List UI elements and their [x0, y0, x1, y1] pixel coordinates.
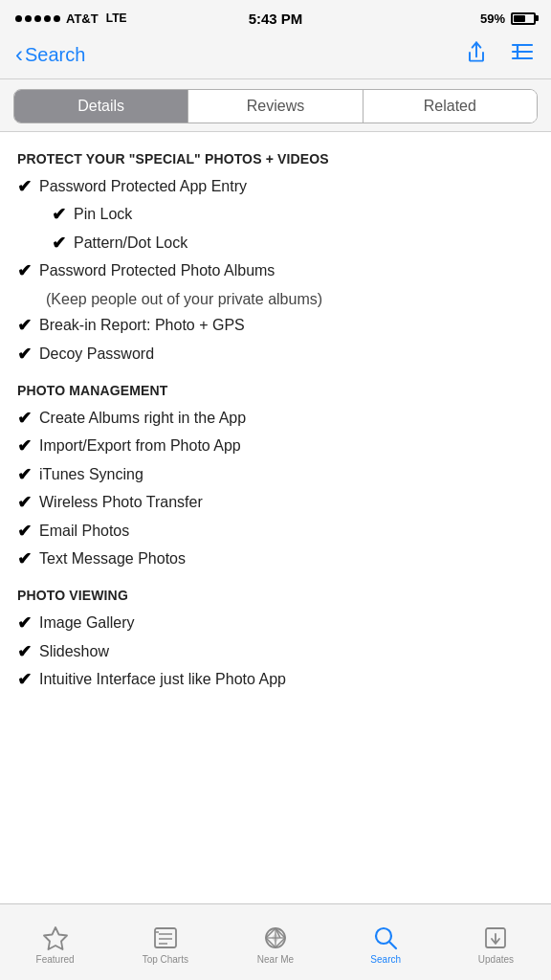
svg-marker-5 — [44, 927, 67, 949]
item-text: Wireless Photo Transfer — [39, 492, 203, 513]
content-area: PROTECT YOUR "SPECIAL" PHOTOS + VIDEOS ✔… — [0, 132, 551, 903]
check-icon: ✔ — [17, 464, 32, 486]
section-header-viewing: PHOTO VIEWING — [17, 588, 534, 603]
list-item: ✔ Pattern/Dot Lock — [52, 233, 534, 255]
item-text: Image Gallery — [39, 612, 135, 634]
item-text: Password Protected Photo Albums — [39, 260, 275, 281]
battery-icon — [511, 12, 536, 25]
svg-rect-6 — [155, 928, 176, 947]
tab-search-label: Search — [370, 954, 401, 965]
check-icon: ✔ — [52, 233, 66, 255]
list-item: ✔ Decoy Password — [17, 344, 534, 366]
tab-search[interactable]: Search — [331, 904, 441, 976]
check-icon: ✔ — [17, 548, 32, 570]
back-arrow-icon: ‹ — [15, 43, 23, 66]
check-icon: ✔ — [17, 408, 32, 430]
share-button[interactable] — [463, 38, 490, 71]
item-text: Import/Export from Photo App — [39, 435, 241, 457]
tab-top-charts-label: Top Charts — [143, 954, 188, 965]
nav-bar: ‹ Search — [0, 34, 551, 79]
tab-updates-label: Updates — [478, 954, 514, 965]
check-icon: ✔ — [17, 521, 32, 543]
tab-near-me-label: Near Me — [257, 954, 294, 965]
check-icon: ✔ — [17, 260, 32, 282]
list-item: ✔ Password Protected App Entry — [17, 176, 534, 198]
item-text: Pattern/Dot Lock — [74, 233, 187, 254]
check-icon: ✔ — [17, 344, 32, 366]
list-item: ✔ Text Message Photos — [17, 548, 534, 570]
tab-updates[interactable]: Updates — [441, 904, 551, 976]
list-item: ✔ Intuitive Interface just like Photo Ap… — [17, 669, 534, 691]
item-text: Decoy Password — [39, 344, 154, 365]
tab-top-charts[interactable]: Top Charts — [110, 904, 220, 976]
check-icon: ✔ — [17, 492, 32, 514]
item-text: Password Protected App Entry — [39, 176, 247, 197]
battery-percent: 59% — [480, 11, 505, 26]
item-text: Pin Lock — [74, 204, 132, 225]
list-item: ✔ Break-in Report: Photo + GPS — [17, 315, 534, 337]
check-icon: ✔ — [17, 176, 32, 198]
list-item: ✔ Wireless Photo Transfer — [17, 492, 534, 514]
check-icon: ✔ — [17, 641, 32, 663]
svg-line-18 — [389, 942, 396, 948]
back-button[interactable]: ‹ Search — [15, 43, 85, 66]
item-text: Break-in Report: Photo + GPS — [39, 315, 245, 336]
note-text: (Keep people out of your private albums) — [17, 289, 534, 310]
list-button[interactable] — [509, 38, 536, 71]
item-text: iTunes Syncing — [39, 464, 143, 485]
network-label: LTE — [106, 11, 127, 25]
list-item: ✔ Image Gallery — [17, 612, 534, 635]
section-header-management: PHOTO MANAGEMENT — [17, 383, 534, 398]
item-text: Text Message Photos — [39, 548, 186, 569]
list-item: ✔ iTunes Syncing — [17, 464, 534, 486]
tab-bar: Featured Top Charts Near Me Search — [0, 903, 551, 980]
list-item: ✔ Password Protected Photo Albums — [17, 260, 534, 282]
back-label: Search — [25, 44, 85, 66]
tab-related[interactable]: Related — [364, 90, 537, 122]
status-bar: AT&T LTE 5:43 PM 59% — [0, 0, 551, 34]
status-left: AT&T LTE — [15, 11, 126, 26]
item-text: Slideshow — [39, 641, 109, 662]
status-time: 5:43 PM — [249, 11, 303, 27]
signal-dots — [15, 15, 60, 22]
segment-control: Details Reviews Related — [13, 89, 538, 123]
check-icon: ✔ — [17, 435, 32, 457]
item-text: Intuitive Interface just like Photo App — [39, 669, 286, 690]
nav-actions — [463, 38, 536, 71]
tab-details[interactable]: Details — [14, 90, 188, 122]
item-text: Email Photos — [39, 521, 129, 542]
check-icon: ✔ — [17, 315, 32, 337]
tab-near-me[interactable]: Near Me — [220, 904, 330, 976]
list-item: ✔ Slideshow — [17, 641, 534, 663]
list-item: ✔ Import/Export from Photo App — [17, 435, 534, 457]
carrier-label: AT&T — [66, 11, 99, 26]
check-icon: ✔ — [17, 669, 32, 691]
section-header-protect: PROTECT YOUR "SPECIAL" PHOTOS + VIDEOS — [17, 151, 534, 167]
list-item: ✔ Pin Lock — [52, 204, 534, 226]
list-item: ✔ Create Albums right in the App — [17, 408, 534, 430]
list-item: ✔ Email Photos — [17, 521, 534, 543]
tab-featured[interactable]: Featured — [0, 904, 110, 976]
check-icon: ✔ — [52, 204, 66, 226]
item-text: Create Albums right in the App — [39, 408, 246, 429]
status-right: 59% — [480, 11, 536, 26]
tab-featured-label: Featured — [36, 954, 75, 965]
tab-reviews[interactable]: Reviews — [188, 90, 363, 122]
check-icon: ✔ — [17, 612, 32, 635]
